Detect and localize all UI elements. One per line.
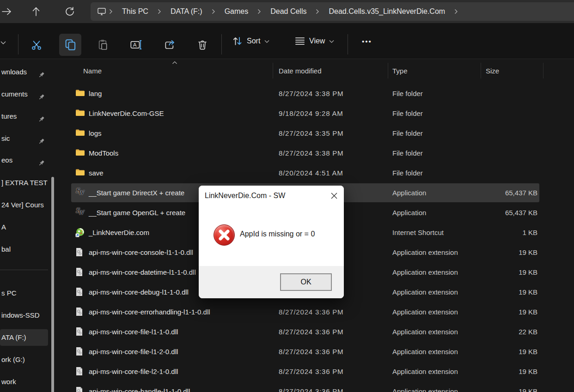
file-size xyxy=(473,163,537,183)
sidebar-item[interactable]: work xyxy=(0,374,48,390)
share-button[interactable] xyxy=(160,36,179,54)
sidebar-item[interactable]: tures xyxy=(0,109,48,124)
file-name: save xyxy=(89,163,104,183)
breadcrumb-item[interactable]: DATA (F:) xyxy=(164,7,209,16)
sidebar-item-label: bal xyxy=(1,245,11,253)
sort-button[interactable]: Sort xyxy=(232,23,269,59)
sidebar-item-label: ork (G:) xyxy=(1,356,25,363)
file-size xyxy=(473,143,537,163)
dll-file-icon xyxy=(75,267,85,277)
file-type: Application xyxy=(392,183,426,203)
file-type: Application extension xyxy=(392,242,458,262)
file-type: Application xyxy=(392,203,426,223)
sidebar-item[interactable]: ork (G:) xyxy=(0,352,48,368)
sidebar-item[interactable]: eos xyxy=(0,152,48,168)
folder-icon xyxy=(75,168,85,178)
file-name: api-ms-win-core-file-l1-1-0.dll xyxy=(89,322,178,342)
trash-icon xyxy=(197,39,208,50)
column-header-type[interactable]: Type xyxy=(392,62,408,80)
cut-button[interactable] xyxy=(27,36,46,54)
sidebar-item[interactable]: s PC xyxy=(0,285,48,301)
sidebar-item[interactable]: bal xyxy=(0,241,48,257)
table-row[interactable]: api-ms-win-core-file-l2-1-0.dll8/27/2024… xyxy=(60,362,574,381)
forward-button[interactable] xyxy=(1,6,12,17)
table-row[interactable]: api-ms-win-core-handle-l1-1-0.dll8/27/20… xyxy=(60,381,574,392)
file-size: 22 KB xyxy=(473,322,537,342)
close-button[interactable] xyxy=(330,192,338,200)
delete-button[interactable] xyxy=(193,36,212,54)
file-date-modified: 8/27/2024 3:35 PM xyxy=(279,123,343,143)
chevron-down-icon xyxy=(264,39,269,43)
more-options-button[interactable]: ••• xyxy=(356,23,378,59)
sidebar-item-label: wnloads xyxy=(1,68,27,76)
table-row[interactable]: save8/20/2024 4:51 AMFile folder xyxy=(60,163,574,183)
sidebar-item[interactable]: A xyxy=(0,219,48,235)
sidebar-item[interactable]: ATA (F:) xyxy=(0,329,48,346)
copy-button[interactable] xyxy=(59,34,81,56)
breadcrumb-item[interactable]: Dead.Cells.v35_LinkNeverDie.Com xyxy=(322,7,452,16)
sidebar-divider xyxy=(0,270,48,270)
file-size: 65,437 KB xyxy=(473,203,537,223)
paste-button[interactable] xyxy=(93,36,112,54)
table-row[interactable]: LinkNeverDie.Com-GSE9/18/2024 9:28 AMFil… xyxy=(60,103,574,123)
pin-icon xyxy=(38,135,45,146)
sidebar-item-label: ] EXTRA TEST xyxy=(1,179,48,187)
file-type: File folder xyxy=(392,163,423,183)
svg-text:A: A xyxy=(133,42,137,48)
breadcrumb-item[interactable]: Dead Cells xyxy=(264,7,313,16)
column-separator[interactable] xyxy=(481,63,481,78)
breadcrumb-chevron-icon xyxy=(255,9,264,14)
pin-icon xyxy=(38,68,45,80)
column-header-size[interactable]: Size xyxy=(486,62,499,80)
column-separator[interactable] xyxy=(273,63,273,78)
sidebar-item[interactable]: wnloads xyxy=(0,64,48,80)
column-separator[interactable] xyxy=(388,63,388,78)
refresh-button[interactable] xyxy=(64,6,75,17)
file-type: Application extension xyxy=(392,322,458,342)
column-header-name[interactable]: Name xyxy=(83,62,102,80)
file-size: 19 KB xyxy=(473,362,537,381)
table-row[interactable]: api-ms-win-core-file-l1-1-0.dll8/27/2024… xyxy=(60,322,574,342)
dll-file-icon xyxy=(75,247,85,257)
sidebar-item-label: tures xyxy=(1,112,17,120)
folder-icon xyxy=(75,128,85,138)
file-size: 19 KB xyxy=(473,242,537,262)
dll-file-icon xyxy=(75,367,85,376)
sidebar-item[interactable]: 24 Ver] Cours xyxy=(0,197,48,213)
dialog-title: LinkNeverDie.Com - SW xyxy=(205,186,285,206)
toolbar-divider xyxy=(221,34,222,54)
close-icon xyxy=(330,192,338,199)
dialog-titlebar[interactable]: LinkNeverDie.Com - SW xyxy=(199,186,344,206)
table-row[interactable]: lang8/27/2024 3:38 PMFile folder xyxy=(60,84,574,103)
new-dropdown-chevron-icon[interactable] xyxy=(0,38,6,43)
address-bar[interactable]: This PCDATA (F:)GamesDead CellsDead.Cell… xyxy=(91,2,574,21)
error-icon xyxy=(214,224,235,246)
file-name: ModTools xyxy=(89,143,118,163)
breadcrumb-chevron-icon xyxy=(155,9,164,14)
sort-ascending-icon xyxy=(172,58,177,66)
view-list-icon xyxy=(295,36,305,46)
sidebar-item[interactable]: sic xyxy=(0,131,48,146)
ok-button[interactable]: OK xyxy=(280,273,332,291)
column-separator[interactable] xyxy=(543,63,543,78)
table-row[interactable]: api-ms-win-core-errorhandling-l1-1-0.dll… xyxy=(60,302,574,322)
view-button[interactable]: View xyxy=(295,23,334,59)
column-header-date[interactable]: Date modified xyxy=(279,62,322,80)
breadcrumb-item[interactable]: This PC xyxy=(116,7,155,16)
table-row[interactable]: api-ms-win-core-file-l1-2-0.dll8/27/2024… xyxy=(60,342,574,362)
dll-file-icon xyxy=(75,287,85,297)
pin-icon xyxy=(38,90,45,102)
up-button[interactable] xyxy=(31,6,42,17)
breadcrumb-item[interactable]: Games xyxy=(218,7,255,16)
breadcrumb-chevron-icon xyxy=(313,9,322,14)
table-row[interactable]: ModTools8/27/2024 3:38 PMFile folder xyxy=(60,143,574,163)
file-type: Application extension xyxy=(392,362,458,381)
command-toolbar: A Sort xyxy=(0,23,574,59)
sidebar-scrollbar[interactable] xyxy=(51,177,54,392)
sidebar-item[interactable]: ] EXTRA TEST xyxy=(0,175,48,191)
sidebar-item[interactable]: indows-SSD xyxy=(0,308,48,323)
sidebar-item[interactable]: cuments xyxy=(0,86,48,102)
table-row[interactable]: logs8/27/2024 3:35 PMFile folder xyxy=(60,123,574,143)
rename-button[interactable]: A xyxy=(127,36,146,54)
file-name: lang xyxy=(89,84,102,103)
